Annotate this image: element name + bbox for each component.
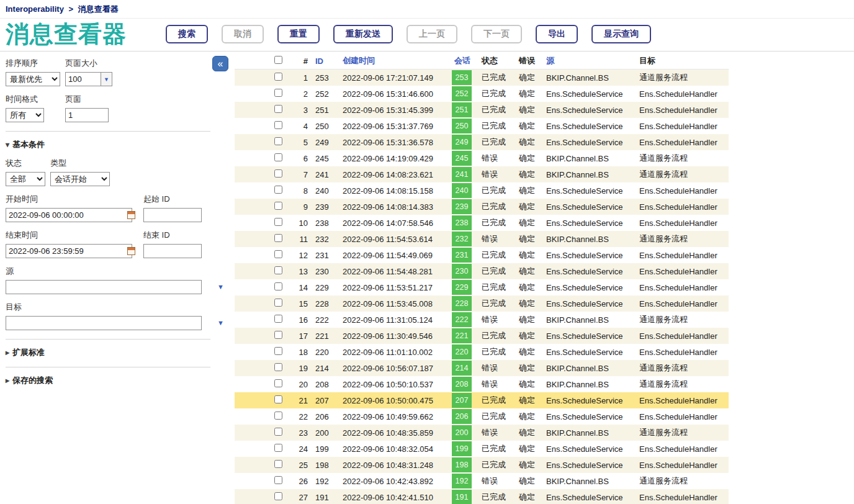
row-checkbox[interactable] [274, 379, 282, 387]
session-link[interactable]: 229 [452, 280, 472, 295]
table-row[interactable]: 122312022-09-06 11:54:49.069231已完成确定Ens.… [235, 247, 729, 263]
table-row[interactable]: 42502022-09-06 15:31:37.769250已完成确定Ens.S… [235, 118, 729, 134]
session-link[interactable]: 232 [452, 232, 472, 246]
target-dropdown-icon[interactable]: ▼ [217, 319, 224, 327]
column-header[interactable]: 创建时间 [339, 53, 451, 70]
session-link[interactable]: 228 [452, 296, 472, 311]
session-link[interactable]: 200 [452, 425, 472, 440]
session-link[interactable]: 207 [452, 393, 472, 408]
table-row[interactable]: 52492022-09-06 15:31:36.578249已完成确定Ens.S… [235, 134, 729, 150]
table-row[interactable]: 22522022-09-06 15:31:46.600252已完成确定Ens.S… [235, 86, 729, 102]
column-header[interactable]: 会话 [451, 53, 478, 70]
session-link[interactable]: 199 [452, 441, 472, 456]
session-link[interactable]: 192 [452, 474, 472, 488]
session-link[interactable]: 240 [452, 183, 472, 198]
status-select[interactable]: 全部 [6, 172, 45, 186]
row-checkbox[interactable] [274, 395, 282, 403]
table-row[interactable]: 271912022-09-06 10:42:41.510191已完成确定Ens.… [235, 489, 729, 504]
row-checkbox[interactable] [274, 347, 282, 355]
row-checkbox[interactable] [274, 315, 282, 323]
session-link[interactable]: 191 [452, 490, 472, 504]
session-link[interactable]: 241 [452, 167, 472, 182]
row-checkbox[interactable] [274, 234, 282, 242]
source-dropdown-icon[interactable]: ▼ [217, 283, 224, 291]
table-row[interactable]: 192142022-09-06 10:56:07.187214错误确定BKIP.… [235, 360, 729, 376]
session-link[interactable]: 221 [452, 328, 472, 343]
table-row[interactable]: 102382022-09-06 14:07:58.546238已完成确定Ens.… [235, 215, 729, 231]
section-saved-searches[interactable]: ▸保存的搜索 [6, 375, 228, 386]
row-checkbox[interactable] [274, 299, 282, 307]
table-row[interactable]: 212072022-09-06 10:50:00.475207已完成确定Ens.… [235, 392, 729, 408]
session-link[interactable]: 238 [452, 215, 472, 230]
session-link[interactable]: 253 [452, 70, 472, 85]
sort-order-select[interactable]: 最新优先 [6, 72, 60, 86]
type-select[interactable]: 会话开始 [50, 172, 110, 186]
table-row[interactable]: 92392022-09-06 14:08:14.383239已完成确定Ens.S… [235, 199, 729, 215]
reset-button[interactable]: 重置 [277, 25, 320, 43]
row-checkbox[interactable] [274, 412, 282, 420]
table-row[interactable]: 172212022-09-06 11:30:49.546221已完成确定Ens.… [235, 328, 729, 344]
row-checkbox[interactable] [274, 137, 282, 145]
column-header[interactable]: 源 [542, 53, 636, 70]
row-checkbox[interactable] [274, 169, 282, 178]
section-basic-criteria[interactable]: ▾基本条件 [6, 139, 228, 150]
session-link[interactable]: 250 [452, 119, 472, 133]
row-checkbox[interactable] [274, 460, 282, 468]
time-format-select[interactable]: 所有 [6, 108, 44, 122]
table-row[interactable]: 241992022-09-06 10:48:32.054199已完成确定Ens.… [235, 441, 729, 457]
show-query-button[interactable]: 显示查询 [591, 25, 651, 43]
row-checkbox[interactable] [274, 444, 282, 452]
end-time-input[interactable] [6, 244, 132, 258]
row-checkbox[interactable] [274, 331, 282, 339]
row-checkbox[interactable] [274, 428, 282, 436]
resend-button[interactable]: 重新发送 [333, 25, 393, 43]
table-row[interactable]: 152282022-09-06 11:53:45.008228已完成确定Ens.… [235, 295, 729, 312]
table-row[interactable]: 72412022-09-06 14:08:23.621241错误确定BKIP.C… [235, 166, 729, 182]
session-link[interactable]: 230 [452, 264, 472, 279]
session-link[interactable]: 251 [452, 102, 472, 117]
breadcrumb-root-link[interactable]: Interoperability [6, 4, 64, 14]
row-checkbox[interactable] [274, 476, 282, 484]
session-link[interactable]: 214 [452, 361, 472, 376]
row-checkbox[interactable] [274, 89, 282, 97]
session-link[interactable]: 208 [452, 377, 472, 392]
row-checkbox[interactable] [274, 105, 282, 113]
table-row[interactable]: 132302022-09-06 11:54:48.281230已完成确定Ens.… [235, 263, 729, 279]
row-checkbox[interactable] [274, 153, 282, 161]
table-row[interactable]: 222062022-09-06 10:49:59.662206已完成确定Ens.… [235, 408, 729, 425]
page-input[interactable] [65, 108, 109, 122]
row-checkbox[interactable] [274, 73, 282, 81]
table-row[interactable]: 162222022-09-06 11:31:05.124222错误确定BKIP.… [235, 312, 729, 328]
end-id-input[interactable] [143, 244, 202, 258]
calendar-icon[interactable] [127, 211, 135, 219]
table-row[interactable]: 251982022-09-06 10:48:31.248198已完成确定Ens.… [235, 457, 729, 473]
session-link[interactable]: 222 [452, 312, 472, 327]
source-input[interactable] [6, 280, 202, 294]
row-checkbox[interactable] [274, 218, 282, 226]
table-row[interactable]: 12532022-09-06 17:21:07.149253已完成确定BKIP.… [235, 70, 729, 86]
start-id-input[interactable] [143, 208, 202, 222]
row-checkbox[interactable] [274, 202, 282, 210]
table-row[interactable]: 232002022-09-06 10:48:35.859200错误确定BKIP.… [235, 425, 729, 441]
session-link[interactable]: 198 [452, 457, 472, 472]
page-size-dropdown-icon[interactable]: ▼ [101, 72, 112, 86]
sidebar-collapse-button[interactable]: « [212, 56, 228, 71]
row-checkbox[interactable] [274, 282, 282, 290]
export-button[interactable]: 导出 [536, 25, 578, 43]
session-link[interactable]: 206 [452, 409, 472, 424]
session-link[interactable]: 249 [452, 135, 472, 150]
target-input[interactable] [6, 316, 202, 330]
session-link[interactable]: 252 [452, 86, 472, 101]
row-checkbox[interactable] [274, 363, 282, 371]
start-time-input[interactable] [6, 208, 132, 222]
row-checkbox[interactable] [274, 121, 282, 129]
table-row[interactable]: 202082022-09-06 10:50:10.537208错误确定BKIP.… [235, 376, 729, 392]
calendar-icon[interactable] [127, 247, 135, 255]
row-checkbox[interactable] [274, 266, 282, 274]
row-checkbox[interactable] [274, 186, 282, 194]
session-link[interactable]: 220 [452, 344, 472, 359]
table-row[interactable]: 112322022-09-06 11:54:53.614232错误确定BKIP.… [235, 231, 729, 247]
table-row[interactable]: 142292022-09-06 11:53:51.217229已完成确定Ens.… [235, 279, 729, 295]
session-link[interactable]: 245 [452, 151, 472, 166]
table-row[interactable]: 82402022-09-06 14:08:15.158240已完成确定Ens.S… [235, 182, 729, 199]
